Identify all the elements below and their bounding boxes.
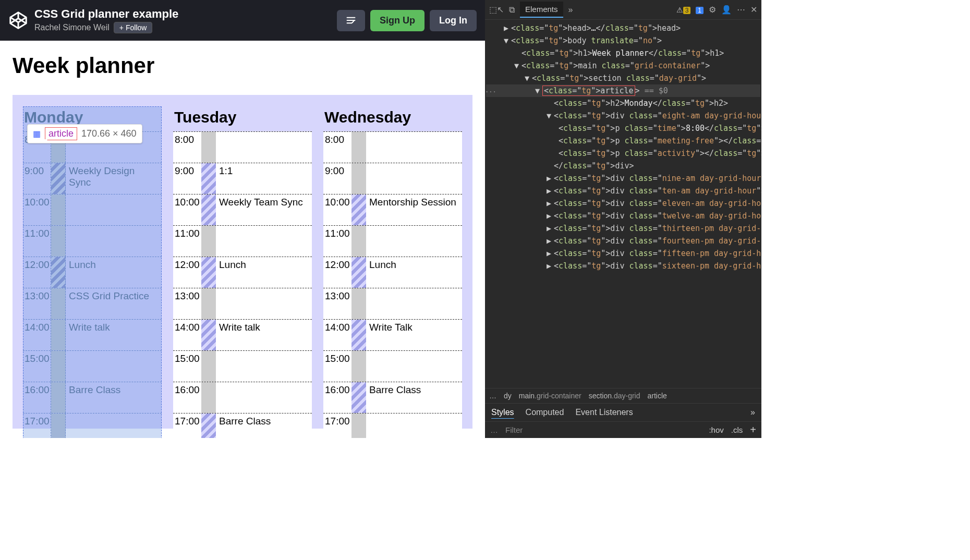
more-tabs-icon[interactable]: » [750, 408, 755, 417]
activity-label [216, 288, 312, 319]
activity-label: Barre Class [366, 382, 462, 413]
styles-tab[interactable]: Styles [491, 408, 514, 417]
codepen-logo-icon [8, 10, 28, 30]
info-badge[interactable]: 1 [696, 6, 704, 14]
dom-node[interactable]: ▶<class="tg">div class="fourteen-pm day-… [486, 235, 760, 247]
activity-label: Lunch [216, 257, 312, 288]
day-column: Monday8:009:00Weekly Design Sync10:0011:… [23, 106, 162, 438]
breadcrumb-item[interactable]: section.day-grid [589, 392, 640, 400]
dom-node[interactable]: <class="tg">h2>Monday</class="tg">h2> [486, 97, 760, 109]
dom-node[interactable]: ▶<class="tg">head>…</class="tg">head> [486, 22, 760, 34]
breadcrumb-item[interactable]: main.grid-container [519, 392, 581, 400]
dom-node[interactable]: ▶<class="tg">div class="fifteen-pm day-g… [486, 247, 760, 260]
busy-indicator [201, 382, 216, 413]
hour-time: 8:00 [173, 132, 201, 163]
tab-elements[interactable]: Elements [520, 2, 563, 18]
busy-indicator [351, 351, 366, 382]
page-title: Week planner [13, 53, 472, 78]
activity-label: Weekly Design Sync [66, 163, 162, 194]
filter-input[interactable]: Filter [505, 425, 523, 434]
styles-tab[interactable]: Event Listeners [575, 408, 633, 417]
inspect-tooltip: ▦ article 170.66 × 460 [27, 124, 142, 143]
follow-button[interactable]: + Follow [114, 22, 153, 33]
dom-node[interactable]: ▶<class="tg">div class="nine-am day-grid… [486, 172, 760, 185]
breadcrumb-item[interactable]: … [489, 392, 496, 400]
devtools-toolbar: ⬚↖ ⧉ Elements » ⚠3 1 ⚙ 👤 ⋯ ✕ [485, 0, 761, 20]
hour-time: 15:00 [23, 351, 51, 382]
dom-node[interactable]: ▼<class="tg">main class="grid-container"… [486, 59, 760, 72]
dom-node[interactable]: ▼<class="tg">body translate="no"> [486, 34, 760, 47]
hour-time: 13:00 [323, 288, 351, 319]
dom-node[interactable]: ▶<class="tg">div class="ten-am day-grid-… [486, 185, 760, 197]
dom-node[interactable]: <class="tg">p class="meeting-free"></cla… [486, 135, 760, 147]
activity-label: CSS Grid Practice [66, 288, 162, 319]
filter-menu-icon[interactable]: … [490, 425, 498, 434]
pen-title[interactable]: CSS Grid planner example [34, 7, 331, 21]
warning-badge[interactable]: ⚠3 [676, 6, 691, 14]
dom-node[interactable]: ▶<class="tg">div class="sixteen-pm day-g… [486, 260, 760, 272]
hour-time: 8:00 [323, 132, 351, 163]
busy-indicator [51, 226, 66, 257]
gear-icon[interactable]: ⚙ [709, 5, 716, 15]
hour-row: 9:001:1 [173, 163, 312, 194]
more-tabs-icon[interactable]: » [568, 5, 573, 15]
dom-node[interactable]: ▼<class="tg">div class="eight-am day-gri… [486, 109, 760, 122]
busy-indicator [351, 132, 366, 163]
change-view-button[interactable] [337, 10, 365, 31]
busy-indicator [201, 132, 216, 163]
hour-row: 16:00Barre Class [23, 382, 162, 413]
dom-node[interactable]: </class="tg">div> [486, 160, 760, 172]
activity-label: Mentorship Session [366, 194, 462, 225]
breadcrumb-item[interactable]: article [647, 392, 666, 400]
account-icon[interactable]: 👤 [721, 5, 732, 15]
activity-label: Lunch [366, 257, 462, 288]
more-icon[interactable]: ⋯ [737, 5, 745, 15]
hour-time: 14:00 [323, 320, 351, 350]
busy-indicator [51, 257, 66, 288]
login-button[interactable]: Log In [430, 10, 477, 31]
busy-indicator [51, 351, 66, 382]
activity-label [366, 132, 462, 163]
styles-tab[interactable]: Computed [526, 408, 564, 417]
busy-indicator [201, 194, 216, 225]
hour-time: 9:00 [173, 163, 201, 194]
busy-indicator [201, 413, 216, 438]
hour-row: 15:00 [23, 350, 162, 382]
busy-indicator [351, 382, 366, 413]
dom-node[interactable]: ▶<class="tg">div class="twelve-am day-gr… [486, 210, 760, 222]
dom-node[interactable]: ▶<class="tg">div class="thirteen-pm day-… [486, 222, 760, 235]
hour-time: 17:00 [23, 413, 51, 438]
hour-row: 11:00 [23, 225, 162, 257]
dom-node[interactable]: ▼<class="tg">article> == $0 [486, 84, 760, 97]
activity-label [216, 351, 312, 382]
activity-label [366, 351, 462, 382]
hour-time: 15:00 [173, 351, 201, 382]
breadcrumbs[interactable]: …dymain.grid-containersection.day-gridar… [485, 388, 761, 403]
signup-button[interactable]: Sign Up [370, 10, 425, 31]
author-name[interactable]: Rachel Simone Weil [34, 23, 110, 32]
styles-tabs: StylesComputedEvent Listeners» [485, 403, 761, 421]
dom-node[interactable]: ▼<class="tg">section class="day-grid"> [486, 72, 760, 84]
day-column: Tuesday8:009:001:110:00Weekly Team Sync1… [173, 106, 312, 438]
breadcrumb-item[interactable]: dy [504, 392, 512, 400]
dom-tree[interactable]: ▶<class="tg">head>…</class="tg">head>▼<c… [485, 20, 761, 388]
dom-node[interactable]: ▶<class="tg">div class="eleven-am day-gr… [486, 197, 760, 210]
hour-row: 16:00 [173, 382, 312, 413]
close-icon[interactable]: ✕ [750, 5, 757, 15]
activity-label: Weekly Team Sync [216, 194, 312, 225]
dom-node[interactable]: <class="tg">h1>Week planner</class="tg">… [486, 47, 760, 59]
device-toolbar-icon[interactable]: ⧉ [509, 5, 515, 15]
new-style-rule-icon[interactable]: + [750, 424, 756, 436]
inspect-element-icon[interactable]: ⬚↖ [489, 5, 504, 15]
hour-row: 14:00Write Talk [323, 319, 462, 350]
follow-label: Follow [126, 23, 147, 32]
cls-toggle[interactable]: .cls [731, 425, 743, 434]
busy-indicator [201, 257, 216, 288]
dom-node[interactable]: <class="tg">p class="activity"></class="… [486, 147, 760, 160]
tooltip-dimensions: 170.66 × 460 [81, 128, 137, 139]
hour-row: 10:00 [23, 194, 162, 225]
activity-label [366, 288, 462, 319]
hov-toggle[interactable]: :hov [709, 425, 723, 434]
dom-node[interactable]: <class="tg">p class="time">8:00</class="… [486, 122, 760, 135]
hour-row: 11:00 [173, 225, 312, 257]
